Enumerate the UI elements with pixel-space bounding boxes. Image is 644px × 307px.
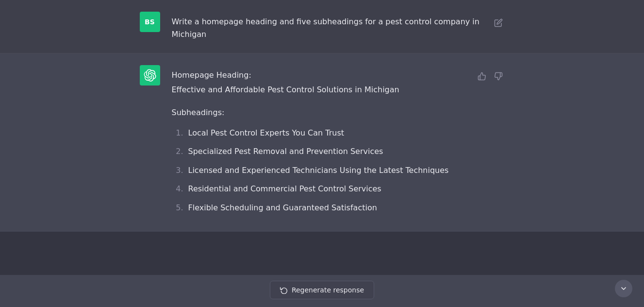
chevron-down-icon [620,285,627,292]
regenerate-button[interactable]: Regenerate response [270,281,374,299]
subheadings-list: 1.Local Pest Control Experts You Can Tru… [172,127,464,214]
user-message-inner: BS Write a homepage heading and five sub… [128,12,516,41]
list-item-text: Specialized Pest Removal and Prevention … [188,145,383,158]
edit-button[interactable] [492,17,505,29]
chat-main-wrapper: BS Write a homepage heading and five sub… [0,0,644,307]
list-item: 1.Local Pest Control Experts You Can Tru… [172,127,464,139]
list-item-number: 3. [172,164,183,177]
list-item-number: 2. [172,145,183,158]
list-item: 2.Specialized Pest Removal and Preventio… [172,145,464,158]
user-message-block: BS Write a homepage heading and five sub… [0,0,644,53]
homepage-heading-value: Effective and Affordable Pest Control So… [172,84,464,96]
list-item-number: 1. [172,127,183,139]
user-message-text: Write a homepage heading and five subhea… [172,17,479,39]
user-avatar-initials: BS [145,18,155,26]
list-item: 3.Licensed and Experienced Technicians U… [172,164,464,177]
regenerate-label: Regenerate response [292,286,364,294]
assistant-avatar [140,65,160,85]
assistant-message-actions [476,65,505,83]
thumbs-up-icon [478,72,486,81]
edit-icon [494,18,503,27]
user-avatar: BS [140,12,160,32]
list-item-text: Residential and Commercial Pest Control … [188,183,381,195]
list-item-number: 5. [172,202,183,214]
scroll-to-bottom-button[interactable] [615,280,632,297]
assistant-message-block: Homepage Heading: Effective and Affordab… [0,53,644,232]
list-item-text: Flexible Scheduling and Guaranteed Satis… [188,202,377,214]
list-item-number: 4. [172,183,183,195]
thumbs-down-icon [494,72,503,81]
thumbs-down-button[interactable] [492,70,505,83]
regenerate-bar: Regenerate response [0,275,644,307]
assistant-message-inner: Homepage Heading: Effective and Affordab… [128,65,516,220]
list-item: 5.Flexible Scheduling and Guaranteed Sat… [172,202,464,214]
user-message-content: Write a homepage heading and five subhea… [172,12,480,41]
list-item: 4.Residential and Commercial Pest Contro… [172,183,464,195]
thumbs-up-button[interactable] [476,70,488,83]
list-item-text: Licensed and Experienced Technicians Usi… [188,164,449,177]
list-item-text: Local Pest Control Experts You Can Trust [188,127,345,139]
regenerate-icon [280,286,288,294]
homepage-heading-label: Homepage Heading: [172,69,464,82]
chatgpt-icon [144,69,156,82]
user-message-actions [492,12,505,29]
assistant-message-content: Homepage Heading: Effective and Affordab… [172,65,464,220]
subheadings-label: Subheadings: [172,106,464,119]
